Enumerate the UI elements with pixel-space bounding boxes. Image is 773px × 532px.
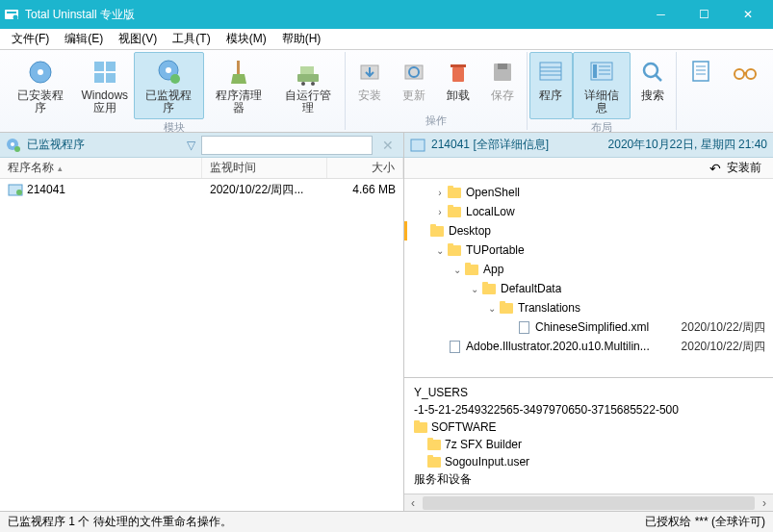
tree-row[interactable]: ⌄DefaultData (404, 279, 773, 298)
menu-file[interactable]: 文件(F) (4, 29, 57, 49)
glasses-icon (730, 57, 760, 88)
minimize-button[interactable]: ─ (639, 0, 683, 29)
svg-rect-5 (94, 62, 104, 71)
menu-view[interactable]: 视图(V) (111, 29, 165, 49)
svg-line-34 (656, 75, 661, 81)
notes-button[interactable] (679, 52, 723, 115)
svg-point-14 (301, 82, 305, 86)
detail-line: SogouInput.user (414, 453, 763, 470)
svg-point-44 (14, 146, 20, 152)
svg-point-39 (734, 69, 744, 79)
filter-icon[interactable]: ▽ (187, 139, 195, 152)
col-size[interactable]: 大小 (327, 158, 403, 178)
menu-tools[interactable]: 工具(T) (165, 29, 218, 49)
glasses-button[interactable] (723, 52, 767, 115)
svg-rect-21 (451, 64, 466, 67)
maximize-button[interactable]: ☐ (683, 0, 726, 29)
install-button[interactable]: 安装 (348, 52, 392, 113)
detail-line: SOFTWARE (414, 418, 763, 436)
folder-icon (427, 440, 441, 450)
right-panel: 214041 [全部详细信息] 2020年10月22日, 星期四 21:40 ↶… (404, 133, 773, 511)
tree-row[interactable]: ›LocalLow (404, 202, 773, 221)
folder-icon (499, 301, 514, 315)
tree-label: Desktop (449, 224, 491, 238)
program-view-button[interactable]: 程序 (529, 52, 573, 119)
status-right: 已授权给 *** (全球许可) (645, 514, 765, 530)
tree-date: 2020/10/22/周四 (682, 339, 765, 355)
menu-help[interactable]: 帮助(H) (274, 29, 329, 49)
toggle-icon[interactable]: › (433, 188, 447, 198)
monitor-small-icon (6, 138, 21, 153)
tree-label: LocalLow (466, 205, 515, 218)
save-button[interactable]: 保存 (480, 52, 525, 113)
file-icon (516, 320, 531, 334)
save-icon (487, 57, 518, 88)
right-panel-date: 2020年10月22日, 星期四 21:40 (608, 137, 767, 153)
detail-line: -1-5-21-2549322565-3497970650-3715685522… (414, 401, 763, 418)
folder-icon (447, 186, 462, 199)
ribbon-group-ops: 操作 (425, 113, 447, 130)
tree-row[interactable]: Desktop (404, 221, 773, 241)
tree-row[interactable]: ChineseSimplified.xml2020/10/22/周四 (404, 317, 773, 337)
details-view-button[interactable]: 详细信息 (573, 52, 631, 119)
scroll-right-button[interactable]: › (756, 496, 773, 510)
svg-rect-13 (297, 74, 319, 82)
program-size: 4.66 MB (327, 183, 403, 196)
folder-icon (447, 205, 462, 218)
tree-row[interactable]: ⌄Translations (404, 298, 773, 317)
undo-icon[interactable]: ↶ (709, 161, 721, 176)
toggle-icon[interactable]: ⌄ (433, 245, 447, 256)
windows-icon (90, 57, 120, 88)
scroll-thumb[interactable] (423, 496, 755, 510)
disc-icon (25, 57, 56, 88)
status-left: 已监视程序 1 个 待处理的文件重命名操作。 (8, 514, 232, 530)
ribbon: 已安装程序 Windows 应用 已监视程序 程序清理器 自运行管理 模块 (0, 50, 773, 133)
col-time[interactable]: 监视时间 (202, 158, 327, 178)
update-button[interactable]: 更新 (392, 52, 436, 113)
folder-icon (447, 243, 462, 257)
horizontal-scrollbar[interactable]: ‹ › (404, 494, 773, 511)
svg-rect-12 (237, 61, 240, 74)
scroll-left-button[interactable]: ‹ (404, 496, 422, 510)
svg-point-2 (13, 15, 18, 20)
tree-row[interactable]: ⌄TUPortable (404, 241, 773, 260)
col-name[interactable]: 程序名称▴ (0, 158, 202, 178)
svg-point-33 (644, 63, 657, 77)
cleaner-button[interactable]: 程序清理器 (204, 52, 273, 119)
svg-point-4 (38, 69, 43, 75)
toggle-icon[interactable]: › (433, 207, 447, 217)
statusbar: 已监视程序 1 个 待处理的文件重命名操作。 已授权给 *** (全球许可) (0, 511, 773, 532)
panel-close-button[interactable]: ✕ (378, 138, 398, 153)
tree-row[interactable]: ›OpenShell (404, 183, 773, 202)
search-icon (637, 57, 668, 88)
app-icon (4, 7, 19, 22)
search-button[interactable]: 搜索 (631, 52, 674, 119)
folder-icon (481, 282, 497, 295)
svg-point-11 (170, 74, 180, 84)
tree-label: Adobe.Illustrator.2020.u10.Multilin... (466, 340, 650, 353)
toggle-icon[interactable]: ⌄ (468, 284, 481, 294)
filter-input[interactable] (201, 136, 373, 155)
autorun-button[interactable]: 自运行管理 (273, 52, 343, 119)
uninstall-icon (443, 57, 474, 88)
toggle-icon[interactable]: ⌄ (451, 265, 464, 275)
svg-rect-8 (106, 73, 116, 83)
close-button[interactable]: ✕ (726, 0, 769, 29)
detail-pane: Y_USERS -1-5-21-2549322565-3497970650-37… (404, 377, 773, 494)
update-icon (399, 57, 429, 88)
list-item[interactable]: 214041 2020/10/22/周四... 4.66 MB (0, 179, 403, 200)
tree-row[interactable]: Adobe.Illustrator.2020.u10.Multilin...20… (404, 337, 773, 356)
svg-rect-16 (300, 66, 314, 74)
svg-rect-1 (7, 12, 16, 13)
monitored-programs-button[interactable]: 已监视程序 (134, 52, 203, 119)
before-install-label: 安装前 (727, 160, 761, 176)
tree-row[interactable]: ⌄App (404, 260, 773, 279)
menu-modules[interactable]: 模块(M) (219, 29, 274, 49)
tree-label: OpenShell (466, 186, 520, 199)
menu-edit[interactable]: 编辑(E) (57, 29, 111, 49)
uninstall-button[interactable]: 卸载 (436, 52, 480, 113)
installed-programs-button[interactable]: 已安装程序 (6, 52, 75, 119)
windows-apps-button[interactable]: Windows 应用 (75, 52, 134, 119)
toggle-icon[interactable]: ⌄ (485, 303, 499, 314)
tree-label: ChineseSimplified.xml (535, 320, 649, 334)
